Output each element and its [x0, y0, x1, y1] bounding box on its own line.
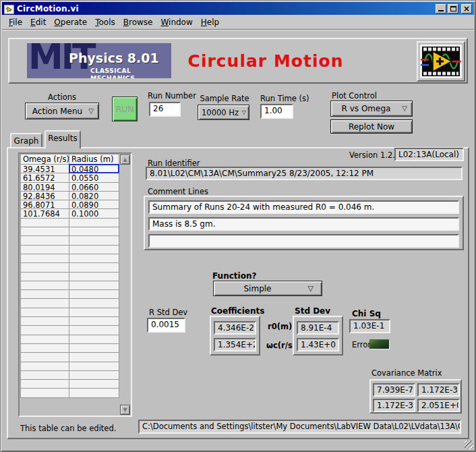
table-cell[interactable]: [20, 298, 69, 308]
chevron-down-icon: ▽: [402, 105, 407, 112]
table-cell[interactable]: 80.0194: [20, 182, 69, 192]
table-cell[interactable]: [20, 388, 69, 397]
table-row: [20, 308, 119, 317]
run-number-input[interactable]: 26: [149, 102, 181, 117]
table-row: [20, 273, 119, 281]
function-dropdown[interactable]: Simple ▽: [213, 281, 322, 296]
table-cell[interactable]: [69, 227, 119, 236]
scroll-up-button[interactable]: ▲: [120, 154, 130, 165]
table-cell[interactable]: [20, 235, 69, 245]
resize-grip[interactable]: [465, 441, 473, 449]
replot-now-button[interactable]: Replot Now: [330, 119, 413, 134]
r-std-dev-input[interactable]: 0.0015: [147, 318, 185, 333]
menu-item-file[interactable]: File: [5, 16, 26, 28]
table-cell[interactable]: [20, 281, 69, 290]
table-row: [20, 236, 119, 245]
table-cell[interactable]: [20, 335, 69, 344]
table-cell[interactable]: [69, 254, 119, 263]
table-cell[interactable]: 92.8436: [20, 191, 69, 200]
table-cell[interactable]: [69, 308, 119, 317]
table-cell[interactable]: [69, 298, 119, 308]
menu-item-window[interactable]: Window: [156, 16, 196, 28]
table-cell[interactable]: [69, 235, 119, 245]
menu-item-tools[interactable]: Tools: [91, 16, 119, 28]
table-cell[interactable]: [69, 289, 119, 299]
table-cell[interactable]: [20, 316, 69, 326]
title-bar: CircMotion.vi ×: [2, 2, 474, 15]
table-cell[interactable]: [69, 388, 119, 397]
table-cell[interactable]: [20, 343, 69, 353]
maximize-button[interactable]: [448, 4, 458, 13]
table-cell[interactable]: [20, 289, 69, 299]
table-row: [20, 246, 119, 254]
tab-results[interactable]: Results: [44, 130, 81, 148]
table-cell[interactable]: [20, 245, 69, 254]
table-cell[interactable]: [69, 245, 119, 254]
run-identifier-value: 8.01\L02\CM\13A\CM\Summary25 8/23/2005, …: [146, 167, 463, 180]
table-cell[interactable]: [20, 272, 69, 281]
table-cell[interactable]: [69, 218, 119, 227]
table-cell[interactable]: 0.0550: [69, 173, 119, 182]
table-cell[interactable]: [20, 227, 69, 236]
table-cell[interactable]: [20, 352, 69, 362]
table-cell[interactable]: 0.0890: [69, 200, 119, 209]
close-button[interactable]: ×: [461, 4, 472, 13]
table-cell[interactable]: [69, 325, 119, 335]
std-dev-r0-value: 8.91E-4: [297, 321, 339, 335]
table-note: This table can be edited.: [20, 424, 116, 433]
table-row: [20, 371, 119, 380]
run-button[interactable]: RUN: [112, 96, 138, 121]
table-cell[interactable]: [69, 281, 119, 290]
menu-item-help[interactable]: Help: [197, 16, 223, 28]
table-cell[interactable]: 61.6572: [20, 173, 69, 182]
action-menu-dropdown[interactable]: Action Menu ▽: [25, 103, 99, 119]
sample-rate-dropdown[interactable]: 10000 Hz ▽: [198, 105, 249, 120]
covariance-matrix-label: Covariance Matrix: [371, 368, 442, 378]
table-cell[interactable]: [20, 254, 69, 263]
table-cell[interactable]: [69, 352, 119, 362]
column-header-radius: Radius (m): [69, 154, 119, 165]
table-cell[interactable]: [69, 316, 119, 326]
table-cell[interactable]: 0.1000: [69, 208, 119, 218]
table-row: [20, 335, 119, 344]
table-cell[interactable]: [20, 362, 69, 371]
table-cell[interactable]: [69, 379, 119, 389]
menu-item-edit[interactable]: Edit: [26, 16, 50, 28]
table-cell[interactable]: [69, 272, 119, 281]
table-row: [20, 263, 119, 272]
table-cell[interactable]: 39.4531: [20, 164, 69, 173]
comment-line-input-3[interactable]: [148, 234, 459, 248]
table-cell[interactable]: 0.0480: [69, 164, 119, 173]
actions-label: Actions: [25, 92, 99, 102]
table-cell[interactable]: [20, 379, 69, 389]
column-header-omega: Omega (r/s): [20, 154, 69, 165]
minimize-button[interactable]: [436, 4, 446, 13]
page-title: Circular Motion: [178, 51, 353, 71]
table-cell[interactable]: 0.0660: [69, 182, 119, 192]
table-cell[interactable]: [69, 343, 119, 353]
table-cell[interactable]: [69, 335, 119, 344]
covariance-matrix-group: 7.939E-7 1.172E-3 1.172E-3 2.051E+0: [369, 379, 462, 414]
table-cell[interactable]: [20, 218, 69, 227]
table-cell[interactable]: [20, 262, 69, 272]
table-cell[interactable]: [20, 325, 69, 335]
tab-graph[interactable]: Graph: [10, 133, 42, 148]
table-cell[interactable]: [20, 308, 69, 317]
run-time-input[interactable]: 1.00: [260, 104, 293, 119]
table-cell[interactable]: 101.7684: [20, 208, 69, 218]
table-cell[interactable]: [69, 370, 119, 380]
table-cell[interactable]: [20, 370, 69, 380]
comment-line-input-2[interactable]: Mass is 8.5 gm.: [148, 217, 459, 231]
maximize-icon: [450, 6, 456, 11]
table-cell[interactable]: [69, 262, 119, 272]
chi-sq-value: 1.03E-1: [349, 319, 390, 333]
table-row: [20, 353, 119, 362]
menu-item-operate[interactable]: Operate: [50, 16, 91, 28]
comment-line-input-1[interactable]: Summary of Runs 20-24 with measured R0 =…: [148, 200, 459, 214]
menu-item-browse[interactable]: Browse: [119, 16, 157, 28]
table-cell[interactable]: 0.0820: [69, 191, 119, 200]
plot-control-dropdown[interactable]: R vs Omega ▽: [330, 101, 413, 117]
table-cell[interactable]: [69, 362, 119, 371]
scroll-down-button[interactable]: ▼: [120, 405, 130, 415]
table-cell[interactable]: 96.8071: [20, 200, 69, 209]
